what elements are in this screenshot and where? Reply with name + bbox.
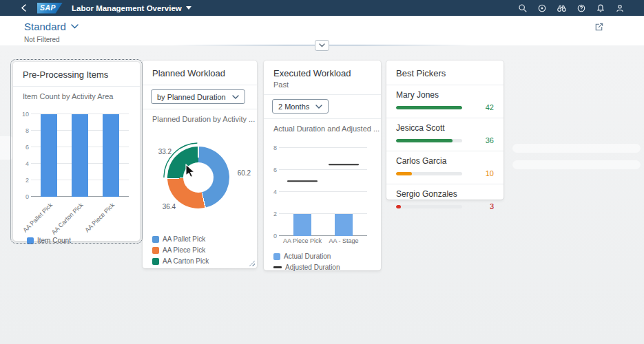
bar-aa-piece-pick[interactable]: [293, 214, 311, 236]
preprocessing-bar-chart[interactable]: 0246810: [34, 114, 126, 197]
copilot-icon: [537, 3, 547, 13]
executed-bar-chart[interactable]: 02468: [282, 148, 364, 236]
picker-progress-track: [396, 106, 462, 109]
card-executed-workload[interactable]: Executed Workload Past 2 Months Actual D…: [264, 61, 381, 270]
card-title: Planned Workload: [152, 68, 225, 78]
picker-progress-track: [396, 205, 462, 208]
legend-swatch: [27, 237, 34, 244]
search-button[interactable]: [518, 3, 528, 13]
chevron-down-icon: [232, 95, 239, 99]
y-tick-label: 4: [273, 189, 277, 195]
legend-item-aa-piece-pick[interactable]: AA Piece Pick: [152, 246, 205, 254]
caret-down-icon: [186, 6, 191, 10]
legend-swatch: [152, 236, 159, 243]
picker-list: Mary Jones42Jesicca Scott36Carlos Garcia…: [386, 85, 503, 217]
background-decoration: [0, 136, 12, 160]
legend-swatch: [273, 253, 280, 260]
y-tick-label: 4: [25, 161, 29, 167]
legend-label: Actual Duration: [284, 252, 331, 260]
slice-value-label: 33.2: [158, 149, 172, 155]
copilot-button[interactable]: [537, 3, 547, 13]
legend-label: Adjusted Duration: [285, 264, 340, 271]
y-tick-label: 6: [25, 144, 29, 151]
card-header[interactable]: Planned Workload: [143, 61, 257, 85]
picker-value: 42: [486, 104, 494, 111]
picker-value: 10: [486, 170, 494, 178]
legend-swatch: [152, 258, 159, 265]
planned-donut-chart[interactable]: 60.236.433.2: [167, 147, 229, 208]
adjusted-duration-marker[interactable]: [329, 164, 359, 166]
picker-row-carlos-garcia[interactable]: Carlos Garcia10: [386, 151, 503, 184]
help-icon: [577, 3, 586, 13]
card-header[interactable]: Executed Workload Past: [264, 61, 381, 94]
card-header[interactable]: Pre-Processing Items: [13, 62, 140, 86]
gridline: [279, 213, 367, 214]
variant-selector[interactable]: Standard: [24, 21, 79, 32]
card-title: Pre-Processing Items: [23, 69, 108, 80]
picker-name: Sergio Gonzales: [396, 189, 494, 199]
picker-bar-row: 3: [396, 203, 494, 211]
picker-row-mary-jones[interactable]: Mary Jones42: [386, 85, 503, 118]
legend-item-aa-pallet-pick[interactable]: AA Pallet Pick: [152, 235, 205, 243]
picker-progress-fill: [396, 106, 462, 109]
person-icon: [615, 3, 625, 13]
x-axis-label: AA Pallet Pick: [22, 202, 54, 234]
x-axis-label: AA Piece Pick: [83, 202, 116, 234]
back-button[interactable]: [21, 4, 27, 12]
picker-progress-track: [396, 172, 462, 175]
notifications-button[interactable]: [596, 3, 605, 13]
card-subtitle: Past: [273, 80, 371, 89]
card-title: Executed Workload: [273, 68, 351, 78]
x-axis-label: AA Piece Pick: [283, 237, 322, 244]
preprocessing-x-labels: AA Pallet PickAA Carton PickAA Piece Pic…: [34, 197, 126, 233]
chevron-down-icon: [315, 105, 322, 109]
legend-item-item-count[interactable]: Item Count: [27, 237, 71, 244]
bar-aa-stage[interactable]: [335, 214, 353, 236]
legend-label: AA Carton Pick: [163, 257, 209, 265]
card-planned-workload[interactable]: Planned Workload by Planned Duration Pla…: [143, 61, 257, 268]
picker-bar-row: 10: [396, 170, 494, 178]
legend-item-adjusted-duration[interactable]: Adjusted Duration: [273, 264, 381, 271]
collapse-header-button[interactable]: [315, 40, 329, 51]
chart-title: Item Count by Activity Area: [13, 87, 140, 102]
adjusted-duration-marker[interactable]: [287, 180, 318, 182]
background-decoration: [512, 144, 641, 153]
legend-label: AA Pallet Pick: [163, 235, 205, 243]
y-tick-label: 2: [273, 211, 277, 217]
legend-item-aa-carton-pick[interactable]: AA Carton Pick: [152, 257, 209, 265]
app-title: Labor Management Overview: [72, 4, 182, 12]
picker-value: 36: [486, 137, 494, 144]
y-tick-label: 10: [22, 111, 29, 118]
time-range-dropdown[interactable]: 2 Months: [272, 99, 329, 114]
chevron-down-icon: [319, 43, 325, 47]
legend-swatch: [152, 247, 159, 254]
card-pre-processing-items[interactable]: Pre-Processing Items Item Count by Activ…: [13, 62, 140, 241]
bar-aa-piece-pick[interactable]: [103, 114, 119, 197]
sap-logo[interactable]: SAP: [37, 3, 63, 14]
profile-button[interactable]: [615, 3, 625, 13]
picker-row-jesicca-scott[interactable]: Jesicca Scott36: [386, 118, 503, 151]
bar-aa-carton-pick[interactable]: [72, 114, 88, 197]
y-tick-label: 8: [25, 128, 29, 134]
legend-item-actual-duration[interactable]: Actual Duration: [273, 252, 381, 260]
sap-logo-text: SAP: [40, 4, 56, 12]
donut-hole: [183, 162, 214, 193]
x-axis-label: AA Carton Pick: [50, 202, 85, 236]
gridline: [279, 169, 367, 170]
picker-bar-row: 42: [396, 104, 494, 111]
card-header[interactable]: Best Pickers: [386, 61, 503, 85]
shell-bar: SAP Labor Management Overview: [0, 0, 644, 16]
picker-row-sergio-gonzales[interactable]: Sergio Gonzales3: [386, 184, 503, 217]
y-tick-label: 0: [25, 194, 29, 200]
binoculars-button[interactable]: [557, 3, 567, 13]
help-button[interactable]: [577, 3, 586, 13]
bar-aa-pallet-pick[interactable]: [41, 114, 57, 197]
card-best-pickers[interactable]: Best Pickers Mary Jones42Jesicca Scott36…: [386, 61, 503, 200]
executed-x-labels: AA Piece PickAA - Stage: [282, 237, 364, 247]
variant-title: Standard: [24, 21, 66, 32]
share-button[interactable]: [592, 21, 605, 36]
background-decoration: [512, 160, 641, 169]
planned-duration-dropdown[interactable]: by Planned Duration: [151, 89, 245, 104]
gridline: [279, 191, 367, 192]
app-title-menu[interactable]: Labor Management Overview: [72, 4, 191, 12]
